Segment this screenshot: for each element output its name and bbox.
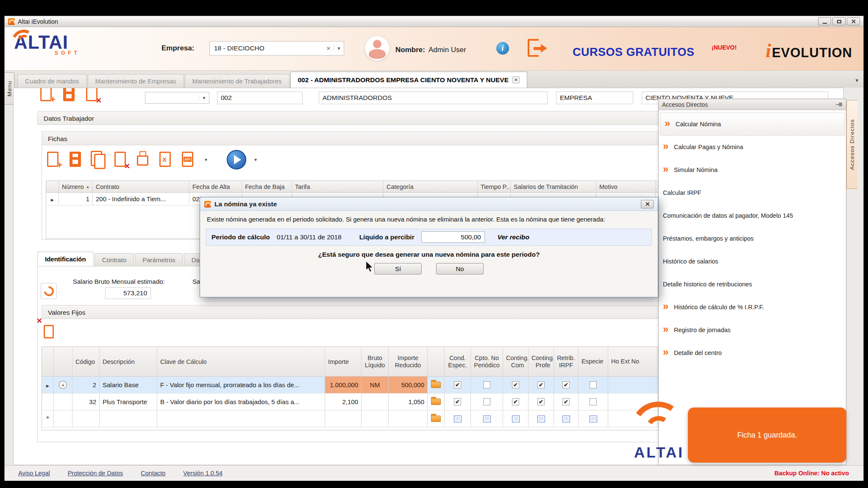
cell-importe-reducido[interactable]: 1,050	[389, 394, 428, 410]
checkbox-especie[interactable]	[590, 381, 597, 388]
column-header-tarifa[interactable]: Tarifa	[292, 181, 384, 192]
tab-mantenimiento-empresas[interactable]: Mantenimiento de Empresas	[88, 74, 184, 88]
shortcut-simular-nomina[interactable]: Simular Nómina	[659, 158, 846, 181]
add-ficha-icon[interactable]	[45, 150, 62, 169]
shortcut-modelo-145[interactable]: Comunicación de datos al pagador, Modelo…	[659, 204, 846, 227]
column-header-contrato[interactable]: Contrato	[93, 181, 189, 192]
checkbox-cpto-no-periodico[interactable]	[483, 398, 490, 405]
afi-dropdown-icon[interactable]	[202, 150, 210, 169]
shortcut-historico-salarios[interactable]: Histórico de salarios	[659, 250, 846, 273]
column-header-fecha-alta[interactable]: Fecha de Alta	[189, 181, 242, 192]
checkbox-retrib-irpf[interactable]	[562, 398, 570, 405]
grid-icon[interactable]	[483, 416, 491, 422]
empresa-combobox[interactable]: 18 - DIECIOCHO	[209, 41, 344, 55]
excel-export-icon[interactable]	[157, 150, 174, 169]
grid-icon[interactable]	[512, 416, 520, 422]
cell-clave[interactable]: B - Valor diario por los días trabajados…	[157, 394, 325, 410]
tab-identificacion[interactable]: Identificación	[37, 252, 94, 266]
column-header-codigo[interactable]: Código	[72, 347, 100, 376]
valores-new-row[interactable]	[42, 410, 659, 427]
record-filter-combobox[interactable]	[145, 92, 209, 104]
cell-codigo[interactable]: 32	[72, 394, 100, 410]
tab-overflow-icon[interactable]	[855, 77, 858, 83]
pin-icon[interactable]	[836, 102, 843, 108]
shortcut-calcular-irpf[interactable]: Calcular IRPF	[659, 181, 846, 204]
cell-importe[interactable]: 2,100	[325, 394, 362, 410]
cell-contrato[interactable]: 200 - Indefinido a Tiem...	[93, 193, 189, 205]
shortcut-historico-irpf[interactable]: Histórico de cálculo de % I.R.P.F.	[659, 296, 846, 319]
ver-recibo-link[interactable]: Ver recibo	[498, 233, 529, 241]
no-button[interactable]: No	[436, 263, 484, 274]
tab-mantenimiento-trabajadores[interactable]: Mantenimiento de Trabajadores	[185, 74, 289, 88]
column-header-horas-extra[interactable]: Ho Ext No	[608, 347, 658, 376]
save-record-icon[interactable]	[61, 88, 78, 103]
column-header-bruto-liquido[interactable]: Bruto Líquido	[362, 347, 389, 376]
valores-row-plus-transporte[interactable]: 32 Plus Transporte B - Valor diario por …	[42, 394, 659, 410]
grid-icon[interactable]	[454, 416, 462, 422]
save-ficha-icon[interactable]	[67, 150, 84, 169]
shortcut-detalle-centro[interactable]: Detalle del centro	[659, 341, 846, 364]
column-header-tiempo[interactable]: Tiempo P...	[478, 181, 511, 192]
link-version[interactable]: Versión 1.0.54	[183, 470, 223, 477]
print-icon[interactable]	[135, 150, 152, 169]
yes-button[interactable]: Sí	[374, 263, 422, 274]
checkbox-cpto-no-periodico[interactable]	[483, 381, 490, 388]
link-contacto[interactable]: Contacto	[141, 470, 165, 477]
record-codigo-field[interactable]: 002	[217, 92, 303, 104]
shortcut-registro-jornadas[interactable]: Registro de jornadas	[659, 319, 846, 341]
folder-icon[interactable]	[431, 416, 441, 422]
column-header-descripcion[interactable]: Descripción	[100, 347, 157, 376]
column-header-conting-profe[interactable]: Conting. Profe	[529, 347, 554, 376]
column-header-importe[interactable]: Importe	[325, 347, 362, 376]
play-icon[interactable]	[227, 150, 246, 169]
checkbox-conting-com[interactable]	[512, 381, 519, 388]
accesos-vertical-tab[interactable]: Accesos Directos	[846, 100, 857, 189]
grid-icon[interactable]	[537, 416, 545, 422]
combo-dropdown-icon[interactable]	[199, 95, 209, 101]
folder-icon[interactable]	[431, 399, 441, 405]
checkbox-conting-com[interactable]	[512, 398, 519, 405]
checkbox-especie[interactable]	[590, 398, 597, 405]
cell-bruto-liquido[interactable]	[362, 394, 389, 410]
cell-importe-reducido[interactable]: 500,000	[389, 377, 428, 393]
checkbox-retrib-irpf[interactable]	[562, 381, 570, 388]
folder-icon[interactable]	[431, 382, 441, 388]
grid-icon[interactable]	[590, 416, 597, 422]
expand-icon[interactable]	[59, 381, 67, 389]
shortcut-prestamos[interactable]: Préstamos, embargos y anticipos	[659, 227, 846, 250]
column-header-importe-reducido[interactable]: Importe Reducido	[389, 347, 428, 376]
valores-row-salario-base[interactable]: 2 Salario Base F - Valor fijo mensual, p…	[42, 377, 659, 394]
column-header-clave[interactable]: Clave de Cálculo	[157, 347, 325, 376]
close-button[interactable]	[847, 17, 860, 25]
checkbox-cond-espec[interactable]	[454, 398, 461, 405]
checkbox-cond-espec[interactable]	[454, 381, 461, 388]
column-header-motivo[interactable]: Motivo	[596, 181, 656, 192]
shortcut-calcular-pagas[interactable]: Calcular Pagas y Nómina	[659, 136, 846, 158]
liquido-input[interactable]: 500,00	[421, 231, 485, 243]
column-header-categoria[interactable]: Categoría	[384, 181, 478, 192]
dialog-close-button[interactable]	[641, 200, 654, 208]
maximize-button[interactable]	[832, 17, 846, 25]
link-aviso-legal[interactable]: Aviso Legal	[18, 470, 50, 477]
tab-close-icon[interactable]	[512, 76, 520, 83]
tab-contrato[interactable]: Contrato	[95, 253, 134, 266]
tab-cuadro-de-mandos[interactable]: Cuadro de mandos	[17, 74, 87, 88]
cell-importe[interactable]: 1.000,000	[325, 377, 362, 393]
column-header-cpto-no-periodico[interactable]: Cpto. No Periódico	[471, 347, 503, 376]
salario-bruto-input[interactable]: 573,210	[105, 287, 151, 299]
column-header-salarios-tramitacion[interactable]: Salarios de Tramitación	[511, 181, 596, 192]
tab-trabajador-activo[interactable]: 002 - ADMINISTRADORDOS EMPRESA CIENTO NO…	[290, 72, 528, 88]
cursos-gratuitos-link[interactable]: CURSOS GRATUITOS	[573, 46, 695, 59]
checkbox-conting-profe[interactable]	[537, 381, 545, 388]
recalculate-button[interactable]	[41, 283, 57, 299]
cell-clave[interactable]: F - Valor fijo mensual, prorrateado a lo…	[157, 377, 325, 393]
add-record-icon[interactable]	[38, 88, 55, 103]
info-icon[interactable]	[496, 42, 509, 55]
column-header-cond-espec[interactable]: Cond. Espec.	[445, 347, 471, 376]
cell-numero[interactable]: 1	[59, 193, 93, 205]
play-dropdown-icon[interactable]	[252, 150, 259, 169]
cell-descripcion[interactable]: Plus Transporte	[100, 394, 157, 410]
cell-bruto-liquido[interactable]: NM	[362, 377, 389, 393]
cell-descripcion[interactable]: Salario Base	[100, 377, 157, 393]
link-proteccion-datos[interactable]: Protección de Datos	[68, 470, 123, 477]
